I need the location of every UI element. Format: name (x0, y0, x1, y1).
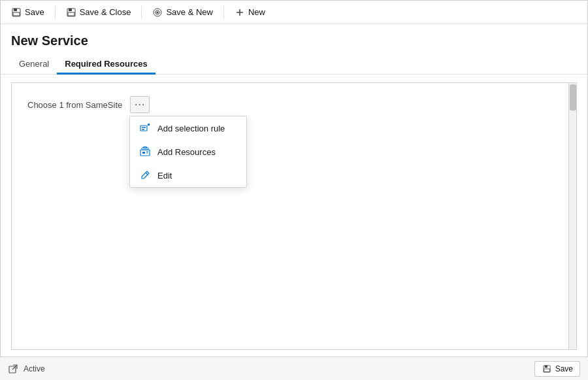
content-inner: Choose 1 from SameSite ··· Add selection… (12, 83, 576, 126)
save-close-button-label: Save & Close (80, 7, 131, 17)
save-new-button[interactable]: Save & New (147, 5, 218, 20)
tabs: General Required Resources (1, 55, 587, 75)
save-icon (11, 7, 22, 18)
svg-rect-2 (13, 12, 20, 16)
svg-rect-13 (142, 129, 144, 130)
save-new-icon (152, 7, 163, 18)
save-close-button[interactable]: Save & Close (61, 5, 137, 20)
toolbar-divider-1 (55, 6, 56, 19)
add-selection-rule-label: Add selection rule (157, 124, 225, 133)
page-header: New Service (1, 24, 587, 48)
svg-point-8 (157, 11, 159, 13)
status-save-button[interactable]: Save (534, 361, 580, 377)
choose-row: Choose 1 from SameSite ··· (27, 96, 561, 113)
status-save-label: Save (555, 364, 573, 373)
tab-required-resources[interactable]: Required Resources (57, 55, 155, 75)
status-external-link-icon (8, 364, 18, 374)
selection-icon (139, 122, 151, 134)
svg-rect-4 (69, 9, 72, 11)
new-icon (235, 7, 245, 18)
svg-line-23 (12, 365, 17, 370)
scrollbar[interactable] (568, 83, 576, 349)
edit-icon (139, 169, 151, 181)
svg-rect-26 (544, 369, 549, 371)
new-button[interactable]: New (229, 5, 270, 20)
resources-icon (139, 146, 151, 158)
more-options-dots: ··· (135, 99, 145, 111)
svg-rect-25 (544, 365, 547, 367)
status-save-icon (542, 364, 552, 374)
svg-rect-14 (148, 124, 150, 126)
svg-rect-1 (14, 9, 17, 11)
save-close-icon (66, 7, 76, 18)
save-button-label: Save (25, 7, 44, 17)
add-resources-item[interactable]: Add Resources (130, 140, 246, 164)
save-new-button-label: Save & New (166, 7, 213, 17)
dropdown-menu: Add selection rule Add Resources (129, 116, 247, 188)
tab-general[interactable]: General (11, 55, 57, 75)
page-title: New Service (11, 33, 577, 48)
edit-item[interactable]: Edit (130, 164, 246, 187)
svg-rect-12 (142, 127, 146, 128)
svg-line-21 (146, 173, 148, 175)
add-resources-label: Add Resources (157, 147, 216, 157)
add-selection-rule-item[interactable]: Add selection rule (130, 116, 246, 140)
status-left: Active (8, 364, 45, 374)
more-options-button[interactable]: ··· (130, 96, 150, 113)
scrollbar-thumb[interactable] (570, 84, 576, 111)
svg-rect-11 (140, 126, 147, 131)
status-bar: Active Save (0, 356, 588, 380)
edit-label: Edit (157, 171, 172, 181)
svg-rect-5 (68, 12, 74, 16)
new-button-label: New (248, 7, 265, 17)
toolbar: Save Save & Close Save & New (1, 1, 587, 24)
toolbar-divider-3 (223, 6, 224, 19)
toolbar-divider-2 (141, 6, 142, 19)
choose-label: Choose 1 from SameSite (27, 100, 122, 110)
save-button[interactable]: Save (6, 5, 50, 20)
svg-rect-18 (142, 152, 145, 154)
status-active-text: Active (24, 364, 45, 373)
content-area: Choose 1 from SameSite ··· Add selection… (11, 82, 577, 350)
